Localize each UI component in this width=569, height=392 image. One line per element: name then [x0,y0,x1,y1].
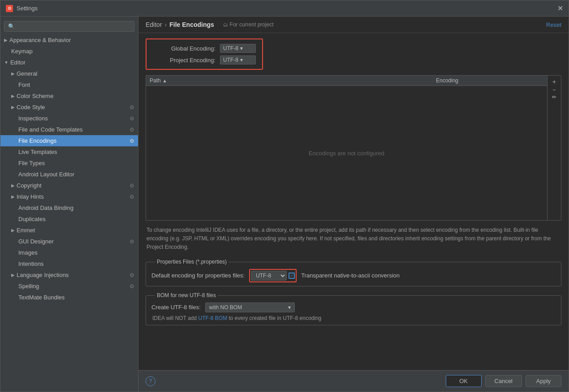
main-body: Global Encoding: UTF-8 ▾ Project Encodin… [138,33,569,370]
chevron-right-icon-li: ▶ [11,273,15,277]
sidebar-item-android-data-binding[interactable]: Android Data Binding [0,202,138,213]
properties-row: Default encoding for properties files: U… [151,269,556,282]
ok-button[interactable]: OK [446,375,482,387]
edit-row-button[interactable]: ✏ [549,94,559,101]
sidebar-item-images[interactable]: Images [0,247,138,258]
sidebar-item-live-templates[interactable]: Live Templates [0,146,138,158]
sidebar-item-copyright[interactable]: ▶ Copyright ⚙ [0,180,138,191]
table-header: Path ▲ Encoding [146,76,547,86]
path-encoding-table: Path ▲ Encoding Encodings are not config… [146,75,561,221]
footer-left: ? [146,376,155,386]
table-main: Path ▲ Encoding Encodings are not config… [146,76,547,220]
main-panel: Editor › File Encodings 🗂 For current pr… [138,17,569,392]
settings-icon-code-style: ⚙ [129,104,134,111]
search-input[interactable] [17,23,130,30]
sidebar-item-file-code-templates[interactable]: File and Code Templates ⚙ [0,124,138,135]
settings-icon-fe: ⚙ [129,138,134,144]
chevron-right-icon-emmet: ▶ [11,228,15,233]
project-encoding-value: UTF-8 [223,57,238,63]
sidebar-item-textmate-bundles[interactable]: TextMate Bundles [0,292,138,303]
sidebar-label-font: Font [18,81,134,88]
bom-link[interactable]: UTF-8 BOM [198,315,227,321]
sidebar-item-language-injections[interactable]: ▶ Language Injections ⚙ [0,269,138,281]
sort-arrow-icon: ▲ [163,78,167,83]
col-header-encoding: Encoding [436,77,543,84]
sidebar-item-file-types[interactable]: File Types [0,158,138,169]
sidebar-label-duplicates: Duplicates [18,216,134,222]
sidebar-item-keymap[interactable]: Keymap [0,46,138,57]
app-icon: ⚙ [6,5,13,12]
sidebar-label-adb: Android Data Binding [18,205,134,211]
properties-encoding-select[interactable]: UTF-8 [251,271,287,281]
sidebar-item-font[interactable]: Font [0,79,138,90]
properties-section: Properties Files (*.properties) Default … [146,259,561,286]
sidebar-label-inlay-hints: Inlay Hints [17,193,129,200]
add-row-button[interactable]: ＋ [549,77,559,85]
sidebar: 🔍 ▶ Appearance & Behavior Keymap ▼ Edito… [0,17,138,392]
reset-button[interactable]: Reset [546,21,561,28]
cancel-button[interactable]: Cancel [485,375,522,387]
footer: ? OK Cancel Apply [138,370,569,392]
breadcrumb: Editor › File Encodings 🗂 For current pr… [146,21,274,28]
project-encoding-row: Project Encoding: UTF-8 ▾ [153,55,256,64]
sidebar-item-inspections[interactable]: Inspections ⚙ [0,113,138,124]
apply-button[interactable]: Apply [526,375,561,387]
sidebar-item-editor[interactable]: ▼ Editor [0,57,138,68]
properties-select-box: UTF-8 [249,269,297,282]
settings-window: ⚙ Settings ✕ 🔍 ▶ Appearance & Behavior K… [0,0,569,392]
sidebar-item-color-scheme[interactable]: ▶ Color Scheme [0,90,138,102]
bom-select[interactable]: with NO BOM ▾ [205,303,295,312]
sidebar-item-emmet[interactable]: ▶ Emmet [0,225,138,236]
sidebar-label-file-types: File Types [18,160,134,166]
help-button[interactable]: ? [146,376,155,386]
project-encoding-label: Project Encoding: [153,57,216,64]
content-area: 🔍 ▶ Appearance & Behavior Keymap ▼ Edito… [0,17,569,392]
sidebar-item-appearance[interactable]: ▶ Appearance & Behavior [0,34,138,46]
settings-icon-fct: ⚙ [129,127,134,133]
sidebar-label-live-templates: Live Templates [18,149,134,155]
encoding-section: Global Encoding: UTF-8 ▾ Project Encodin… [146,38,263,70]
chevron-right-icon-general: ▶ [11,71,15,76]
chevron-right-icon-inlay: ▶ [11,194,15,199]
sidebar-label-textmate: TextMate Bundles [18,294,134,301]
title-bar: ⚙ Settings ✕ [0,0,569,17]
chevron-right-icon-copyright: ▶ [11,183,15,188]
global-encoding-select[interactable]: UTF-8 ▾ [220,44,256,53]
bom-label: Create UTF-8 files: [151,304,201,311]
breadcrumb-current: File Encodings [169,21,214,28]
properties-section-legend: Properties Files (*.properties) [155,259,228,265]
search-box[interactable]: 🔍 [4,21,134,32]
sidebar-item-duplicates[interactable]: Duplicates [0,213,138,225]
sidebar-label-appearance: Appearance & Behavior [9,37,134,43]
chevron-down-icon-project: ▾ [240,57,243,63]
settings-icon-inspections: ⚙ [129,115,134,122]
close-button[interactable]: ✕ [557,4,563,13]
sidebar-item-code-style[interactable]: ▶ Code Style ⚙ [0,102,138,113]
sidebar-label-language-injections: Language Injections [17,272,129,278]
global-encoding-label: Global Encoding: [153,45,216,52]
chevron-down-icon-global: ▾ [240,45,243,51]
global-encoding-row: Global Encoding: UTF-8 ▾ [153,44,256,53]
sidebar-label-emmet: Emmet [17,227,134,234]
sidebar-label-file-encodings: File Encodings [18,137,129,144]
table-empty-text: Encodings are not configured [309,150,384,157]
table-actions: ＋ － ✏ [547,76,561,220]
remove-row-button[interactable]: － [549,85,559,94]
chevron-right-icon-cs: ▶ [11,94,15,98]
project-encoding-select[interactable]: UTF-8 ▾ [220,55,256,64]
table-body: Encodings are not configured [146,86,547,220]
sidebar-label-intentions: Intentions [18,260,134,267]
sidebar-item-spelling[interactable]: Spelling ⚙ [0,281,138,292]
sidebar-item-inlay-hints[interactable]: ▶ Inlay Hints ⚙ [0,191,138,202]
bom-note: IDEA will NOT add UTF-8 BOM to every cre… [151,315,556,321]
sidebar-label-general: General [17,70,134,77]
sidebar-item-intentions[interactable]: Intentions [0,258,138,269]
sidebar-item-general[interactable]: ▶ General [0,68,138,79]
sidebar-label-images: Images [18,249,134,256]
sidebar-item-android-layout-editor[interactable]: Android Layout Editor [0,169,138,180]
sidebar-item-gui-designer[interactable]: GUI Designer ⚙ [0,236,138,247]
transparent-conversion-checkbox[interactable] [289,273,295,279]
chevron-down-icon-bom: ▾ [288,304,291,311]
sidebar-label-spelling: Spelling [18,283,129,290]
sidebar-item-file-encodings[interactable]: File Encodings ⚙ [0,135,138,146]
